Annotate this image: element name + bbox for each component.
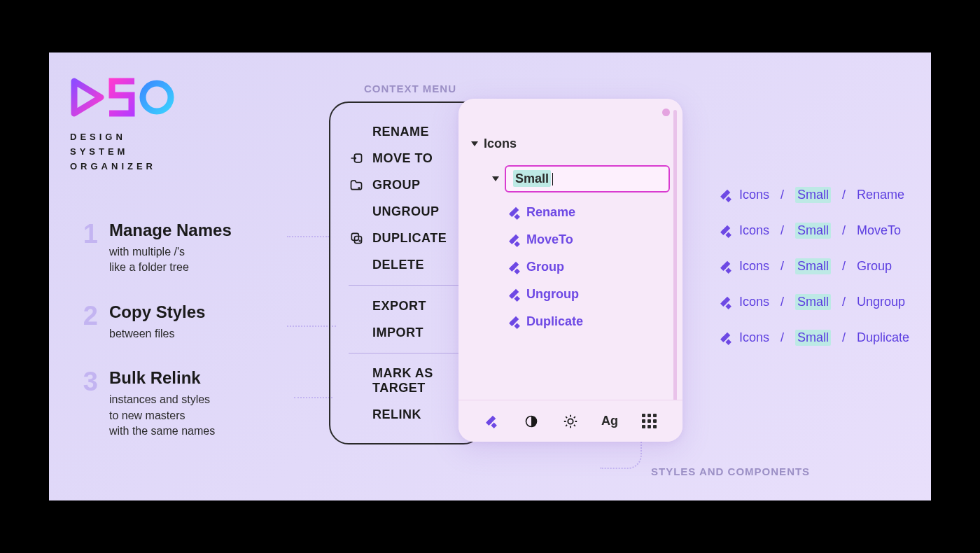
menu-item-label: DUPLICATE <box>372 231 447 246</box>
feature-bulk-relink: 3 Bulk Relink instances and styles to ne… <box>77 368 315 439</box>
connector-line <box>600 441 642 469</box>
path-seg: Group <box>857 259 892 274</box>
path-seg: MoveTo <box>857 223 901 238</box>
tree-item-label: Duplicate <box>526 314 583 329</box>
feature-manage-names: 1 Manage Names with multiple /'s like a … <box>77 220 315 276</box>
feature-number: 1 <box>77 220 98 276</box>
window-close-dot[interactable] <box>662 108 670 116</box>
blank-icon <box>349 257 364 272</box>
tree-panel: Icons Small Rename MoveTo Group <box>458 99 682 442</box>
feature-desc: between files <box>109 326 205 342</box>
svg-point-5 <box>568 419 573 424</box>
path-item: Icons/Small/Duplicate <box>721 330 909 346</box>
tree-item-label: Ungroup <box>526 287 579 302</box>
menu-item-label: RENAME <box>372 125 429 139</box>
toolbar-typography-icon[interactable]: Ag <box>601 413 618 430</box>
path-seg-highlight: Small <box>795 258 831 274</box>
menu-item-label: GROUP <box>372 178 421 192</box>
menu-divider <box>349 353 463 354</box>
rename-input-value: Small <box>513 170 551 187</box>
path-seg-highlight: Small <box>795 187 831 203</box>
scrollbar[interactable] <box>673 110 677 418</box>
component-icon <box>486 416 498 427</box>
menu-item-label: MOVE TO <box>372 151 433 166</box>
svg-point-0 <box>143 83 171 111</box>
path-item: Icons/Small/Ungroup <box>721 294 909 310</box>
tree-root[interactable]: Icons <box>471 132 670 155</box>
path-item: Icons/Small/Rename <box>721 187 909 203</box>
feature-list: 1 Manage Names with multiple /'s like a … <box>77 220 315 465</box>
path-seg: Icons <box>739 223 769 238</box>
component-icon <box>510 234 521 246</box>
tree-item[interactable]: Rename <box>471 201 670 224</box>
menu-item-label: UNGROUP <box>372 204 440 219</box>
context-menu-label: CONTEXT MENU <box>364 83 456 94</box>
path-list: Icons/Small/Rename Icons/Small/MoveTo Ic… <box>721 187 909 365</box>
menu-item-label: MARK AS TARGET <box>372 366 463 396</box>
tree-item-label: Rename <box>526 205 575 220</box>
duplicate-icon <box>349 230 364 246</box>
feature-number: 2 <box>77 302 98 342</box>
path-seg: Icons <box>739 295 769 309</box>
toolbar-components-icon[interactable] <box>484 413 500 430</box>
connector-line <box>294 397 332 398</box>
tree-content: Icons Small Rename MoveTo Group <box>458 99 682 333</box>
feature-number: 3 <box>77 368 98 439</box>
feature-title: Manage Names <box>109 220 232 240</box>
tree-item[interactable]: Ungroup <box>471 283 670 306</box>
menu-divider <box>349 285 463 286</box>
logo-text: DESIGN SYSTEM ORGANIZER <box>70 130 175 174</box>
tree-item[interactable]: Group <box>471 255 670 279</box>
feature-desc: with multiple /'s like a folder tree <box>109 244 232 276</box>
path-seg: Duplicate <box>857 330 909 345</box>
tree-toolbar: Ag <box>458 400 682 442</box>
blank-icon <box>349 325 364 340</box>
path-seg-highlight: Small <box>795 294 831 310</box>
path-seg: Icons <box>739 259 769 274</box>
path-seg: Rename <box>857 188 904 202</box>
styles-components-label: STYLES AND COMPONENTS <box>651 465 810 477</box>
path-item: Icons/Small/Group <box>721 258 909 274</box>
blank-icon <box>349 373 364 388</box>
component-icon <box>721 190 732 201</box>
tree-editing-row[interactable]: Small <box>471 161 670 197</box>
path-seg-highlight: Small <box>795 330 831 346</box>
feature-copy-styles: 2 Copy Styles between files <box>77 302 315 342</box>
group-icon <box>349 177 364 192</box>
promo-canvas: DESIGN SYSTEM ORGANIZER 1 Manage Names w… <box>49 52 931 500</box>
toolbar-brightness-icon[interactable] <box>562 413 579 430</box>
component-icon <box>510 262 521 273</box>
path-seg: Icons <box>739 330 769 345</box>
tree-item-label: MoveTo <box>526 232 573 247</box>
chevron-down-icon <box>471 141 478 146</box>
path-item: Icons/Small/MoveTo <box>721 223 909 239</box>
tree-root-label: Icons <box>484 136 517 151</box>
move-to-icon <box>349 150 364 166</box>
toolbar-contrast-icon[interactable] <box>523 413 540 430</box>
feature-desc: instances and styles to new masters with… <box>109 392 215 439</box>
tree-item-label: Group <box>526 260 564 274</box>
blank-icon <box>349 298 364 314</box>
component-icon <box>721 225 732 237</box>
logo: DESIGN SYSTEM ORGANIZER <box>70 77 175 174</box>
menu-item-label: EXPORT <box>372 299 426 314</box>
logo-mark <box>70 77 175 118</box>
path-seg: Ungroup <box>857 295 905 309</box>
feature-title: Bulk Relink <box>109 368 215 388</box>
chevron-down-icon <box>492 176 499 181</box>
toolbar-grid-icon[interactable] <box>640 413 657 430</box>
menu-item-label: DELETE <box>372 258 424 272</box>
menu-item-label: IMPORT <box>372 326 424 340</box>
menu-item-label: RELINK <box>372 407 421 422</box>
blank-icon <box>349 407 364 422</box>
tree-item[interactable]: MoveTo <box>471 228 670 251</box>
rename-input[interactable]: Small <box>505 165 670 192</box>
grid-icon <box>642 414 657 428</box>
component-icon <box>510 316 521 328</box>
path-seg-highlight: Small <box>795 223 831 239</box>
component-icon <box>721 261 732 272</box>
feature-title: Copy Styles <box>109 302 205 322</box>
component-icon <box>721 332 732 344</box>
tree-item[interactable]: Duplicate <box>471 310 670 333</box>
blank-icon <box>349 204 364 219</box>
